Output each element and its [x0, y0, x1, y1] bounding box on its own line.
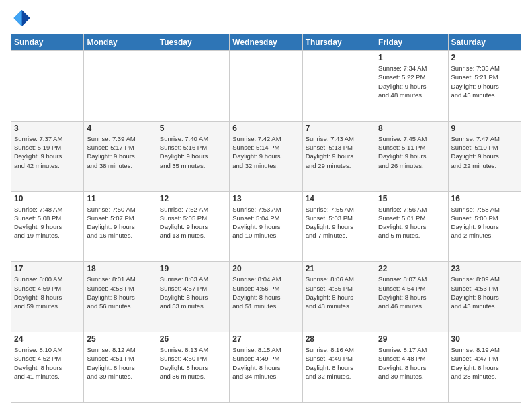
calendar-day-1: 1Sunrise: 7:34 AM Sunset: 5:22 PM Daylig… [375, 51, 448, 122]
weekday-header-sunday: Sunday [11, 34, 84, 51]
day-number: 27 [232, 334, 299, 344]
weekday-header-row: SundayMondayTuesdayWednesdayThursdayFrid… [11, 34, 521, 51]
day-info: Sunrise: 7:55 AM Sunset: 5:03 PM Dayligh… [306, 205, 372, 240]
day-info: Sunrise: 7:40 AM Sunset: 5:16 PM Dayligh… [160, 134, 226, 170]
day-info: Sunrise: 7:50 AM Sunset: 5:07 PM Dayligh… [87, 205, 153, 240]
calendar-day-30: 30Sunrise: 8:19 AM Sunset: 4:47 PM Dayli… [448, 332, 521, 403]
day-number: 4 [87, 124, 153, 133]
day-number: 26 [160, 334, 226, 344]
day-info: Sunrise: 8:01 AM Sunset: 4:58 PM Dayligh… [87, 275, 153, 310]
day-info: Sunrise: 7:43 AM Sunset: 5:13 PM Dayligh… [306, 134, 372, 170]
day-number: 7 [306, 124, 372, 133]
calendar-day-7: 7Sunrise: 7:43 AM Sunset: 5:13 PM Daylig… [302, 121, 375, 191]
logo [11, 8, 34, 28]
calendar-day-28: 28Sunrise: 8:16 AM Sunset: 4:49 PM Dayli… [302, 332, 375, 403]
calendar-day-15: 15Sunrise: 7:56 AM Sunset: 5:01 PM Dayli… [375, 191, 448, 262]
day-number: 18 [87, 264, 153, 273]
day-number: 9 [451, 124, 518, 133]
calendar-week-2: 3Sunrise: 7:37 AM Sunset: 5:19 PM Daylig… [11, 121, 521, 191]
weekday-header-saturday: Saturday [448, 34, 521, 51]
day-number: 13 [232, 194, 299, 203]
calendar-day-11: 11Sunrise: 7:50 AM Sunset: 5:07 PM Dayli… [84, 191, 157, 262]
day-info: Sunrise: 7:35 AM Sunset: 5:21 PM Dayligh… [451, 64, 518, 99]
day-info: Sunrise: 7:53 AM Sunset: 5:04 PM Dayligh… [232, 205, 299, 240]
calendar-day-12: 12Sunrise: 7:52 AM Sunset: 5:05 PM Dayli… [157, 191, 229, 262]
day-number: 11 [87, 194, 153, 203]
empty-cell [11, 51, 84, 122]
day-info: Sunrise: 8:13 AM Sunset: 4:50 PM Dayligh… [160, 345, 226, 381]
day-info: Sunrise: 7:45 AM Sunset: 5:11 PM Dayligh… [378, 134, 445, 170]
calendar-day-17: 17Sunrise: 8:00 AM Sunset: 4:59 PM Dayli… [11, 262, 84, 332]
day-number: 5 [160, 124, 226, 133]
calendar-week-3: 10Sunrise: 7:48 AM Sunset: 5:08 PM Dayli… [11, 191, 521, 262]
day-info: Sunrise: 8:00 AM Sunset: 4:59 PM Dayligh… [14, 275, 81, 310]
calendar-day-4: 4Sunrise: 7:39 AM Sunset: 5:17 PM Daylig… [84, 121, 157, 191]
day-number: 1 [378, 53, 445, 62]
day-info: Sunrise: 8:17 AM Sunset: 4:48 PM Dayligh… [378, 345, 445, 381]
day-info: Sunrise: 8:15 AM Sunset: 4:49 PM Dayligh… [232, 345, 299, 381]
empty-cell [302, 51, 375, 122]
calendar-day-22: 22Sunrise: 8:07 AM Sunset: 4:54 PM Dayli… [375, 262, 448, 332]
day-number: 24 [14, 334, 81, 344]
calendar-table: SundayMondayTuesdayWednesdayThursdayFrid… [11, 34, 521, 403]
day-number: 14 [306, 194, 372, 203]
calendar-day-29: 29Sunrise: 8:17 AM Sunset: 4:48 PM Dayli… [375, 332, 448, 403]
day-number: 30 [451, 334, 518, 344]
day-info: Sunrise: 7:58 AM Sunset: 5:00 PM Dayligh… [451, 205, 518, 240]
day-number: 20 [232, 264, 299, 273]
day-info: Sunrise: 7:42 AM Sunset: 5:14 PM Dayligh… [232, 134, 299, 170]
calendar-day-20: 20Sunrise: 8:04 AM Sunset: 4:56 PM Dayli… [230, 262, 302, 332]
calendar-day-14: 14Sunrise: 7:55 AM Sunset: 5:03 PM Dayli… [302, 191, 375, 262]
calendar-day-8: 8Sunrise: 7:45 AM Sunset: 5:11 PM Daylig… [375, 121, 448, 191]
day-info: Sunrise: 8:19 AM Sunset: 4:47 PM Dayligh… [451, 345, 518, 381]
empty-cell [157, 51, 229, 122]
day-info: Sunrise: 8:10 AM Sunset: 4:52 PM Dayligh… [14, 345, 81, 381]
day-info: Sunrise: 8:09 AM Sunset: 4:53 PM Dayligh… [451, 275, 518, 310]
day-number: 16 [451, 194, 518, 203]
day-number: 6 [232, 124, 299, 133]
day-info: Sunrise: 7:39 AM Sunset: 5:17 PM Dayligh… [87, 134, 153, 170]
calendar-week-1: 1Sunrise: 7:34 AM Sunset: 5:22 PM Daylig… [11, 51, 521, 122]
calendar-day-18: 18Sunrise: 8:01 AM Sunset: 4:58 PM Dayli… [84, 262, 157, 332]
day-number: 3 [14, 124, 81, 133]
calendar-day-16: 16Sunrise: 7:58 AM Sunset: 5:00 PM Dayli… [448, 191, 521, 262]
day-number: 19 [160, 264, 226, 273]
day-number: 8 [378, 124, 445, 133]
weekday-header-monday: Monday [84, 34, 157, 51]
calendar-day-2: 2Sunrise: 7:35 AM Sunset: 5:21 PM Daylig… [448, 51, 521, 122]
calendar-day-9: 9Sunrise: 7:47 AM Sunset: 5:10 PM Daylig… [448, 121, 521, 191]
calendar-day-5: 5Sunrise: 7:40 AM Sunset: 5:16 PM Daylig… [157, 121, 229, 191]
day-number: 17 [14, 264, 81, 273]
empty-cell [230, 51, 302, 122]
day-number: 12 [160, 194, 226, 203]
day-info: Sunrise: 8:06 AM Sunset: 4:55 PM Dayligh… [306, 275, 372, 310]
day-info: Sunrise: 8:16 AM Sunset: 4:49 PM Dayligh… [306, 345, 372, 381]
logo-icon [11, 8, 31, 28]
day-info: Sunrise: 7:52 AM Sunset: 5:05 PM Dayligh… [160, 205, 226, 240]
calendar-day-21: 21Sunrise: 8:06 AM Sunset: 4:55 PM Dayli… [302, 262, 375, 332]
day-number: 23 [451, 264, 518, 273]
calendar-day-6: 6Sunrise: 7:42 AM Sunset: 5:14 PM Daylig… [230, 121, 302, 191]
calendar-day-24: 24Sunrise: 8:10 AM Sunset: 4:52 PM Dayli… [11, 332, 84, 403]
svg-marker-1 [22, 10, 30, 26]
weekday-header-friday: Friday [375, 34, 448, 51]
day-info: Sunrise: 8:04 AM Sunset: 4:56 PM Dayligh… [232, 275, 299, 310]
day-number: 2 [451, 53, 518, 62]
calendar-day-19: 19Sunrise: 8:03 AM Sunset: 4:57 PM Dayli… [157, 262, 229, 332]
empty-cell [84, 51, 157, 122]
calendar-day-26: 26Sunrise: 8:13 AM Sunset: 4:50 PM Dayli… [157, 332, 229, 403]
calendar-day-25: 25Sunrise: 8:12 AM Sunset: 4:51 PM Dayli… [84, 332, 157, 403]
header [11, 8, 521, 28]
day-info: Sunrise: 7:56 AM Sunset: 5:01 PM Dayligh… [378, 205, 445, 240]
day-number: 28 [306, 334, 372, 344]
page: SundayMondayTuesdayWednesdayThursdayFrid… [0, 0, 532, 411]
weekday-header-wednesday: Wednesday [230, 34, 302, 51]
weekday-header-tuesday: Tuesday [157, 34, 229, 51]
day-info: Sunrise: 7:48 AM Sunset: 5:08 PM Dayligh… [14, 205, 81, 240]
day-info: Sunrise: 7:47 AM Sunset: 5:10 PM Dayligh… [451, 134, 518, 170]
day-number: 22 [378, 264, 445, 273]
day-info: Sunrise: 7:37 AM Sunset: 5:19 PM Dayligh… [14, 134, 81, 170]
calendar-day-3: 3Sunrise: 7:37 AM Sunset: 5:19 PM Daylig… [11, 121, 84, 191]
day-number: 25 [87, 334, 153, 344]
calendar-day-23: 23Sunrise: 8:09 AM Sunset: 4:53 PM Dayli… [448, 262, 521, 332]
